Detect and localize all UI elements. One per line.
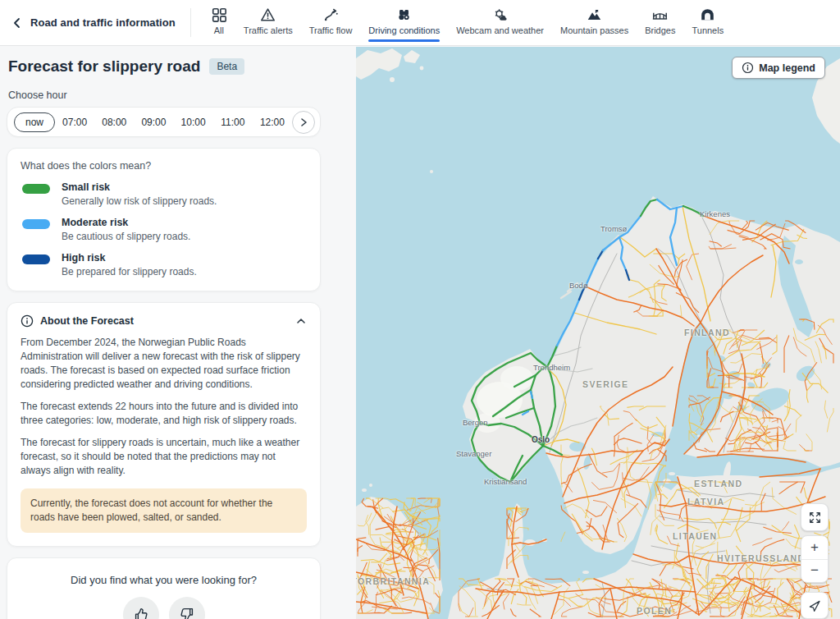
- page: Road and traffic information All Traffic…: [0, 0, 840, 619]
- map-canvas[interactable]: Tromsø Kirkenes Bodø Trondheim Bergen Os…: [356, 47, 840, 619]
- color-legend-card: What does the colors mean? Small risk Ge…: [7, 148, 321, 291]
- tab-tunnels[interactable]: Tunnels: [683, 0, 732, 45]
- forecast-side-panel: Forecast for slippery road Beta Choose h…: [0, 47, 356, 619]
- fullscreen-icon: [807, 510, 823, 525]
- warning-triangle-icon: [259, 6, 276, 24]
- hour-chip[interactable]: 12:00: [253, 117, 292, 128]
- grid-icon: [211, 6, 227, 24]
- hour-chip-now[interactable]: now: [14, 112, 55, 132]
- risk-description: Be cautious of slippery roads.: [62, 231, 190, 242]
- about-paragraph: The forecast for slippery roads is uncer…: [21, 436, 307, 478]
- header-divider: [190, 8, 191, 37]
- info-icon: [21, 314, 34, 328]
- tab-label: Traffic alerts: [244, 25, 293, 35]
- about-paragraph: The forecast extends 22 hours into the f…: [21, 400, 307, 428]
- small-risk-swatch: [22, 184, 50, 194]
- thumbs-down-button[interactable]: [169, 597, 205, 619]
- legend-row-high-risk: High risk Be prepared for slippery roads…: [21, 252, 307, 277]
- zoom-in-button[interactable]: +: [801, 536, 828, 559]
- next-hours-button[interactable]: [292, 111, 315, 134]
- legend-row-small-risk: Small risk Generally low risk of slipper…: [21, 181, 307, 207]
- tab-driving-conditions[interactable]: Driving conditions: [360, 0, 448, 45]
- info-icon: [742, 62, 754, 74]
- map-basemap: [356, 47, 840, 619]
- risk-name: Small risk: [62, 181, 217, 193]
- chevron-right-icon: [299, 117, 308, 127]
- map-legend-label: Map legend: [759, 62, 815, 74]
- high-risk-swatch: [22, 254, 50, 264]
- forecast-notice: Currently, the forecast does not account…: [21, 488, 307, 533]
- feedback-card: Did you find what you were looking for?: [7, 557, 321, 619]
- map-legend-button[interactable]: Map legend: [732, 57, 825, 79]
- thumbs-up-icon: [132, 606, 150, 619]
- page-title: Forecast for slippery road: [8, 57, 200, 76]
- tab-label: Driving conditions: [368, 25, 440, 35]
- location-arrow-icon: [807, 598, 822, 613]
- locate-me-button[interactable]: [801, 592, 829, 619]
- thumbs-down-icon: [178, 606, 196, 619]
- fullscreen-button[interactable]: [801, 503, 829, 531]
- about-paragraph: From December 2024, the Norwegian Public…: [21, 336, 307, 392]
- tunnel-icon: [699, 6, 716, 24]
- hour-chip[interactable]: 09:00: [134, 117, 173, 128]
- chevron-up-icon: [295, 315, 307, 327]
- zoom-out-button[interactable]: −: [801, 559, 828, 582]
- tab-label: Mountain passes: [560, 25, 628, 35]
- legend-row-moderate-risk: Moderate risk Be cautious of slippery ro…: [21, 217, 307, 242]
- moderate-risk-swatch: [22, 219, 50, 229]
- chevron-left-icon: [11, 16, 23, 30]
- tab-traffic-alerts[interactable]: Traffic alerts: [235, 0, 301, 45]
- tab-mountain-passes[interactable]: Mountain passes: [552, 0, 637, 45]
- binoculars-icon: [395, 6, 413, 24]
- about-forecast-card: About the Forecast From December 2024, t…: [7, 302, 321, 547]
- about-forecast-toggle[interactable]: About the Forecast: [21, 314, 307, 328]
- zoom-control: + −: [801, 535, 829, 583]
- bridge-icon: [651, 6, 669, 24]
- tab-label: Webcam and weather: [456, 25, 544, 35]
- category-tabs: All Traffic alerts Traffic flow: [203, 0, 732, 45]
- gear-cloud-icon: [491, 6, 509, 24]
- back-label: Road and traffic information: [30, 16, 176, 29]
- risk-description: Be prepared for slippery roads.: [62, 266, 197, 277]
- back-button[interactable]: Road and traffic information: [0, 0, 190, 45]
- tab-all[interactable]: All: [203, 0, 235, 45]
- hour-chip[interactable]: 10:00: [174, 117, 213, 128]
- tab-traffic-flow[interactable]: Traffic flow: [301, 0, 361, 45]
- hour-chip[interactable]: 07:00: [55, 117, 94, 128]
- about-title: About the Forecast: [40, 315, 295, 327]
- risk-name: Moderate risk: [62, 217, 190, 228]
- hour-selector: now 07:00 08:00 09:00 10:00 11:00 12:00: [7, 107, 321, 137]
- top-navigation-bar: Road and traffic information All Traffic…: [0, 0, 840, 46]
- tab-label: Bridges: [645, 25, 675, 35]
- risk-name: High risk: [62, 252, 197, 264]
- risk-description: Generally low risk of slippery roads.: [62, 195, 217, 207]
- tab-label: Tunnels: [692, 25, 724, 35]
- mountain-icon: [586, 6, 603, 24]
- hour-chip[interactable]: 11:00: [213, 117, 253, 128]
- tab-label: Traffic flow: [309, 25, 353, 35]
- feedback-question: Did you find what you were looking for?: [21, 574, 307, 586]
- hour-chip[interactable]: 08:00: [94, 117, 134, 128]
- choose-hour-label: Choose hour: [8, 89, 356, 101]
- tab-bridges[interactable]: Bridges: [637, 0, 683, 45]
- route-arrow-icon: [322, 6, 340, 24]
- beta-badge: Beta: [209, 58, 244, 75]
- tab-label: All: [214, 25, 224, 35]
- tab-webcam-and-weather[interactable]: Webcam and weather: [448, 0, 552, 45]
- legend-question: What does the colors mean?: [21, 160, 307, 172]
- thumbs-up-button[interactable]: [123, 597, 159, 619]
